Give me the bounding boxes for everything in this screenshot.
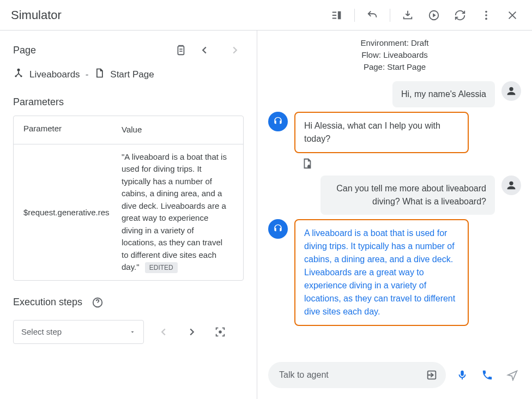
close-icon[interactable] <box>504 7 521 24</box>
chat-message-user: Hi, my name's Alessia <box>268 81 521 107</box>
agent-avatar <box>268 219 288 239</box>
context-flow: Flow: Liveaboards <box>270 49 519 61</box>
param-value: "A liveaboard is a boat that is used for… <box>122 151 233 274</box>
execution-controls: Select step <box>13 320 244 344</box>
breadcrumb-sep: - <box>86 69 89 80</box>
focus-icon[interactable] <box>211 323 229 341</box>
svg-point-7 <box>20 75 22 77</box>
parameters-table: Parameter Value $request.generative.res … <box>13 116 244 281</box>
svg-text:i: i <box>309 166 309 168</box>
breadcrumb-flow[interactable]: Liveaboards <box>29 69 80 80</box>
flow-icon <box>13 68 24 81</box>
edited-badge: EDITED <box>145 262 178 273</box>
agent-avatar <box>268 112 288 131</box>
breadcrumb: Liveaboards - Start Page <box>13 68 244 81</box>
response-metadata-icon[interactable]: i <box>301 158 521 171</box>
undo-icon[interactable] <box>364 7 381 24</box>
svg-point-1 <box>485 10 487 13</box>
svg-point-5 <box>17 69 20 71</box>
page-section-header: Page <box>13 41 244 59</box>
submit-icon[interactable] <box>423 366 440 384</box>
context-page: Page: Start Page <box>270 61 519 73</box>
refresh-icon[interactable] <box>451 7 469 24</box>
help-icon[interactable] <box>89 294 106 311</box>
select-step-dropdown[interactable]: Select step <box>13 320 144 344</box>
header-parameter: Parameter <box>23 124 122 136</box>
phone-icon[interactable] <box>479 366 496 384</box>
right-panel: Environment: Draft Flow: Liveaboards Pag… <box>257 31 532 399</box>
separator <box>354 9 355 22</box>
execution-steps-header: Execution steps <box>13 294 244 311</box>
step-next-icon[interactable] <box>183 323 201 341</box>
chat-log: Hi, my name's Alessia Hi Alessia, what c… <box>257 77 532 355</box>
page-icon <box>94 68 105 81</box>
message-bubble[interactable]: A liveaboard is a boat that is used for … <box>294 219 469 326</box>
context-info: Environment: Draft Flow: Liveaboards Pag… <box>257 31 532 77</box>
chat-message-user: Can you tell me more about liveaboard di… <box>268 176 521 215</box>
chat-message-agent: A liveaboard is a boat that is used for … <box>268 219 521 326</box>
download-icon[interactable] <box>399 7 416 24</box>
chat-input[interactable]: Talk to agent <box>268 362 446 388</box>
param-name: $request.generative.res <box>23 208 122 217</box>
svg-point-3 <box>485 17 487 20</box>
svg-rect-4 <box>178 46 184 55</box>
play-icon[interactable] <box>425 7 443 24</box>
topbar-actions <box>328 7 521 24</box>
svg-point-6 <box>15 75 16 77</box>
chevron-down-icon <box>129 329 136 335</box>
clipboard-icon[interactable] <box>172 41 189 59</box>
execution-steps-title: Execution steps <box>13 297 82 308</box>
chat-input-bar: Talk to agent <box>257 355 532 399</box>
step-prev-icon[interactable] <box>155 323 172 341</box>
user-avatar <box>501 81 521 101</box>
page-section-title: Page <box>13 45 172 56</box>
mic-icon[interactable] <box>454 366 471 384</box>
context-env: Environment: Draft <box>270 37 519 49</box>
prev-page-icon[interactable] <box>196 41 213 59</box>
chat-message-agent: Hi Alessia, what can I help you with tod… <box>268 112 521 153</box>
panel-toggle-icon[interactable] <box>328 7 346 24</box>
more-icon[interactable] <box>477 7 495 24</box>
table-row[interactable]: $request.generative.res "A liveaboard is… <box>14 144 243 280</box>
left-panel: Page Liveaboards - Start Page <box>0 31 257 399</box>
table-header: Parameter Value <box>14 116 243 144</box>
app-title: Simulator <box>11 8 328 22</box>
message-bubble[interactable]: Hi Alessia, what can I help you with tod… <box>294 112 469 153</box>
parameters-title: Parameters <box>13 96 244 108</box>
separator <box>390 9 390 22</box>
svg-point-9 <box>219 331 221 333</box>
message-bubble[interactable]: Hi, my name's Alessia <box>392 81 495 107</box>
breadcrumb-page[interactable]: Start Page <box>110 69 154 80</box>
next-page-icon[interactable] <box>226 41 244 59</box>
svg-point-2 <box>485 14 487 16</box>
select-step-placeholder: Select step <box>21 327 129 336</box>
message-bubble[interactable]: Can you tell me more about liveaboard di… <box>321 176 495 215</box>
main: Page Liveaboards - Start Page <box>0 31 532 399</box>
send-icon[interactable] <box>504 366 521 384</box>
chat-input-placeholder: Talk to agent <box>279 370 423 380</box>
topbar: Simulator <box>0 0 532 31</box>
user-avatar <box>501 176 521 195</box>
header-value: Value <box>122 124 233 136</box>
